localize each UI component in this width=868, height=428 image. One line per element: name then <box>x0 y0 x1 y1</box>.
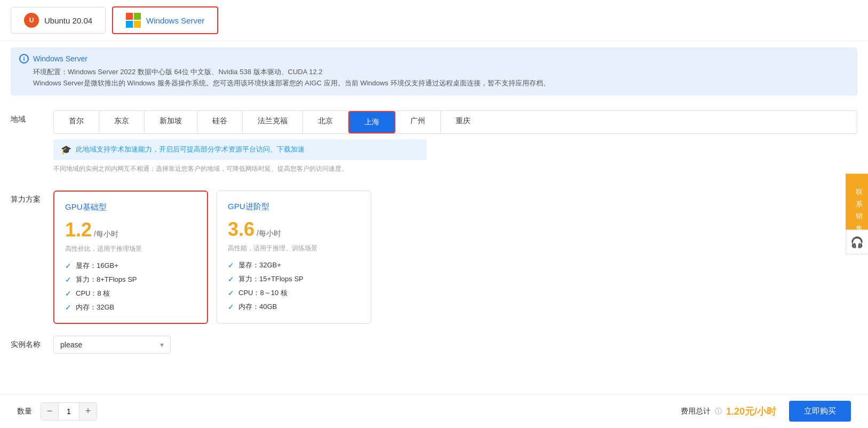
compute-label: 算力方案 <box>11 191 53 204</box>
plan-advanced-spec-3: ✓ 内存：40GB <box>228 302 360 312</box>
os-selection-row: U Ubuntu 20.04 Windows Server <box>0 0 868 41</box>
quantity-minus-button[interactable]: − <box>41 403 58 420</box>
instance-name-dropdown[interactable]: please ▾ <box>53 336 171 354</box>
gpu-plan-advanced[interactable]: GPU进阶型 3.6 /每小时 高性能，适用于推理、训练场景 ✓ 显存：32GB… <box>217 191 371 324</box>
cs-contact-button[interactable]: 联 系 销 售 <box>846 174 868 230</box>
info-banner-line1: 环境配置：Windows Server 2022 数据中心版 64位 中文版、N… <box>33 67 849 78</box>
cs-label2: 系 <box>855 195 863 197</box>
gpu-plan-basic[interactable]: GPU基础型 1.2 /每小时 高性价比，适用于推理场景 ✓ 显存：16GB+ … <box>53 191 208 324</box>
plan-advanced-spec-0: ✓ 显存：32GB+ <box>228 260 360 270</box>
region-tab-seoul[interactable]: 首尔 <box>54 111 99 133</box>
plan-basic-spec-0: ✓ 显存：16GB+ <box>65 261 196 271</box>
region-tab-siliconvalley[interactable]: 硅谷 <box>197 111 243 133</box>
quantity-plus-button[interactable]: + <box>79 403 97 420</box>
fee-amount: 1.20元/小时 <box>726 405 776 418</box>
windows-icon <box>126 13 141 28</box>
instance-name-label: 实例名称 <box>11 336 53 350</box>
info-banner-title-text: Windows Server <box>33 54 87 63</box>
plan-advanced-type: GPU进阶型 <box>228 202 360 212</box>
quantity-label: 数量 <box>17 407 32 416</box>
os-tab-ubuntu[interactable]: U Ubuntu 20.04 <box>11 7 106 34</box>
check-icon-1: ✓ <box>65 275 71 284</box>
check-icon-adv-0: ✓ <box>228 261 234 270</box>
page-wrapper: U Ubuntu 20.04 Windows Server i Windows … <box>0 0 868 428</box>
buy-button[interactable]: 立即购买 <box>789 401 851 422</box>
region-hint-text: 此地域支持学术加速能力，开启后可提高部分学术资源平台访问、下载加速 <box>76 145 305 154</box>
info-banner-title-row: i Windows Server <box>19 54 849 64</box>
bottom-bar: 数量 − + 费用总计 ⓘ 1.20元/小时 立即购买 <box>0 394 868 428</box>
cs-sidebar: 联 系 销 售 🎧 <box>846 174 868 255</box>
fee-summary: 费用总计 ⓘ 1.20元/小时 <box>681 405 776 418</box>
fee-info-icon: ⓘ <box>715 407 722 416</box>
plan-basic-type: GPU基础型 <box>65 202 196 212</box>
plan-basic-specs: ✓ 显存：16GB+ ✓ 算力：8+TFlops SP ✓ CPU：8 核 <box>65 261 196 312</box>
plan-basic-price-unit: /每小时 <box>94 229 118 239</box>
plan-basic-price: 1.2 <box>65 219 92 241</box>
plan-advanced-desc: 高性能，适用于推理、训练场景 <box>228 244 360 253</box>
info-banner: i Windows Server 环境配置：Windows Server 202… <box>11 47 857 96</box>
plan-advanced-spec-2: ✓ CPU：8～10 核 <box>228 288 360 298</box>
region-hint: 🎓 此地域支持学术加速能力，开启后可提高部分学术资源平台访问、下载加速 <box>53 139 427 160</box>
instance-name-section: 实例名称 please ▾ <box>0 332 868 367</box>
plan-basic-spec-3: ✓ 内存：32GB <box>65 303 196 312</box>
region-tabs: 首尔 东京 新加坡 硅谷 法兰克福 北京 上海 <box>53 110 857 134</box>
cs-label: 联 <box>855 183 863 185</box>
region-tab-guangzhou[interactable]: 广州 <box>395 111 441 133</box>
headset-icon: 🎧 <box>850 236 864 249</box>
plan-advanced-price-row: 3.6 /每小时 <box>228 218 360 241</box>
academic-icon: 🎓 <box>61 145 71 155</box>
plan-advanced-specs: ✓ 显存：32GB+ ✓ 算力：15+TFlops SP ✓ CPU：8～10 … <box>228 260 360 312</box>
plan-basic-spec-1: ✓ 算力：8+TFlops SP <box>65 275 196 284</box>
cs-label3: 销 <box>855 207 863 209</box>
region-tab-singapore[interactable]: 新加坡 <box>145 111 197 133</box>
quantity-input[interactable] <box>58 403 79 420</box>
plan-basic-price-row: 1.2 /每小时 <box>65 219 196 241</box>
region-tab-tokyo[interactable]: 东京 <box>99 111 145 133</box>
region-tab-frankfurt[interactable]: 法兰克福 <box>243 111 303 133</box>
cs-headset-button[interactable]: 🎧 <box>846 230 868 255</box>
info-banner-line2: Windows Server是微软推出的 Windows 服务器操作系统。您可选… <box>33 78 849 89</box>
plan-advanced-spec-1: ✓ 算力：15+TFlops SP <box>228 274 360 284</box>
plan-advanced-price-unit: /每小时 <box>257 229 281 239</box>
quantity-control: − + <box>41 402 97 421</box>
plan-advanced-price: 3.6 <box>228 218 254 241</box>
ubuntu-icon: U <box>24 13 39 28</box>
cs-label4: 售 <box>855 219 863 221</box>
plan-basic-desc: 高性价比，适用于推理场景 <box>65 244 196 253</box>
dropdown-arrow-icon: ▾ <box>160 340 164 349</box>
gpu-plans-section: 算力方案 GPU基础型 1.2 /每小时 高性价比，适用于推理场景 ✓ 显存：1… <box>0 182 868 332</box>
region-tab-shanghai[interactable]: 上海 <box>348 111 395 133</box>
region-content: 首尔 东京 新加坡 硅谷 法兰克福 北京 上海 <box>53 110 857 173</box>
fee-label: 费用总计 <box>681 407 711 416</box>
os-tab-windows[interactable]: Windows Server <box>112 6 218 34</box>
os-tab-ubuntu-label: Ubuntu 20.04 <box>44 16 92 25</box>
instance-name-value: please <box>60 340 82 349</box>
gpu-plans-content: GPU基础型 1.2 /每小时 高性价比，适用于推理场景 ✓ 显存：16GB+ … <box>53 191 857 324</box>
plan-basic-spec-2: ✓ CPU：8 核 <box>65 289 196 298</box>
check-icon-3: ✓ <box>65 303 71 312</box>
region-tab-beijing[interactable]: 北京 <box>303 111 348 133</box>
os-tab-windows-label: Windows Server <box>146 16 204 25</box>
check-icon-2: ✓ <box>65 289 71 298</box>
info-icon: i <box>19 54 29 64</box>
region-label: 地域 <box>11 110 53 124</box>
check-icon-adv-2: ✓ <box>228 289 234 297</box>
region-section: 地域 首尔 东京 新加坡 硅谷 法兰克福 北京 <box>0 102 868 182</box>
region-tab-chongqing[interactable]: 重庆 <box>441 111 485 133</box>
gpu-plans-list: GPU基础型 1.2 /每小时 高性价比，适用于推理场景 ✓ 显存：16GB+ … <box>53 191 857 324</box>
instance-name-content: please ▾ <box>53 336 857 354</box>
check-icon-0: ✓ <box>65 261 71 270</box>
region-note: 不同地域的实例之间内网互不相通；选择靠近您客户的地域，可降低网络时延、提高您客户… <box>53 164 857 173</box>
check-icon-adv-1: ✓ <box>228 275 234 283</box>
check-icon-adv-3: ✓ <box>228 303 234 311</box>
